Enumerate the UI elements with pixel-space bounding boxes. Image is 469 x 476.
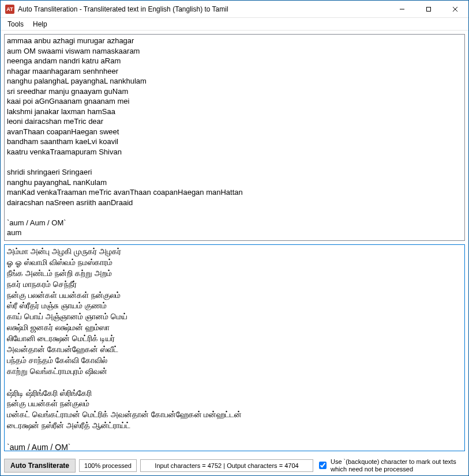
char-counts: Input characters = 4752 | Output charact… xyxy=(140,459,313,472)
menu-help[interactable]: Help xyxy=(28,19,52,29)
svg-rect-1 xyxy=(427,7,431,11)
backquote-checkbox[interactable] xyxy=(319,462,327,469)
app-icon: AT xyxy=(5,5,14,14)
content-area xyxy=(1,31,468,455)
menu-bar: Tools Help xyxy=(1,18,468,31)
transliterate-button[interactable]: Auto Transliterate xyxy=(4,459,76,473)
close-button[interactable] xyxy=(442,1,468,17)
maximize-button[interactable] xyxy=(415,1,442,17)
backquote-label[interactable]: Use `(backquote) character to mark out t… xyxy=(331,458,457,473)
output-pane-wrap xyxy=(4,244,465,451)
output-textarea[interactable] xyxy=(5,245,464,451)
title-bar: AT Auto Transliteration - Transliterated… xyxy=(1,1,468,18)
input-textarea[interactable] xyxy=(5,35,464,240)
menu-tools[interactable]: Tools xyxy=(3,19,28,29)
minimize-button[interactable] xyxy=(389,1,415,17)
window-title: Auto Transliteration - Transliterated te… xyxy=(18,5,389,13)
bottom-bar: Auto Transliterate 100% processed Input … xyxy=(1,455,468,475)
input-pane-wrap xyxy=(4,34,465,241)
progress-status: 100% processed xyxy=(79,459,137,472)
backquote-option: Use `(backquote) character to mark out t… xyxy=(317,458,457,473)
window-buttons xyxy=(389,1,468,17)
